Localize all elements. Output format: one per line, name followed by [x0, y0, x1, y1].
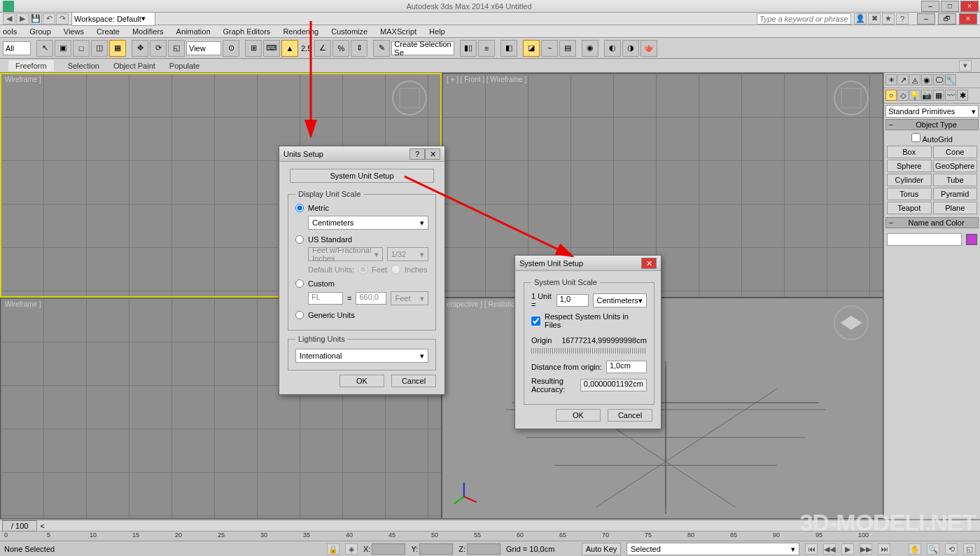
prim-pyramid-button[interactable]: Pyramid — [933, 188, 978, 200]
create-tab-icon[interactable]: ✳ — [886, 74, 897, 85]
menu-group[interactable]: Group — [29, 27, 51, 36]
nav-back-icon[interactable]: ◀ — [3, 13, 15, 25]
display-tab-icon[interactable]: 🖵 — [933, 74, 944, 85]
menu-customize[interactable]: Customize — [331, 27, 368, 36]
autokey-button[interactable]: Auto Key — [582, 543, 621, 555]
ok-button[interactable]: OK — [340, 375, 384, 387]
origin-slider[interactable] — [531, 348, 647, 354]
custom-radio[interactable] — [295, 279, 304, 288]
search-input[interactable] — [757, 13, 851, 25]
edit-selset-icon[interactable]: ✎ — [373, 40, 390, 57]
undo-icon[interactable]: ↶ — [43, 13, 55, 25]
object-name-input[interactable] — [887, 233, 962, 246]
autogrid-checkbox[interactable] — [911, 133, 920, 142]
render-icon[interactable]: 🫖 — [640, 40, 657, 57]
spinner-snap-icon[interactable]: ⇕ — [351, 40, 368, 57]
app-minimize-button[interactable]: – — [917, 13, 935, 25]
select-name-icon[interactable]: ▣ — [55, 40, 71, 57]
generic-radio[interactable] — [295, 311, 304, 319]
dialog-titlebar[interactable]: System Unit Setup ✕ — [515, 256, 661, 271]
custom-value-input[interactable]: 660,0 — [356, 292, 386, 305]
mirror-icon[interactable]: ▮▯ — [460, 40, 477, 57]
pan-icon[interactable]: ✋ — [909, 543, 921, 555]
tab-object-paint[interactable]: Object Paint — [113, 62, 155, 70]
percent-snap-icon[interactable]: % — [332, 40, 349, 57]
maximize-vp-icon[interactable]: ◱ — [963, 543, 976, 555]
minimize-button[interactable]: – — [921, 1, 939, 12]
nav-fwd-icon[interactable]: ▶ — [16, 13, 29, 25]
prim-sphere-button[interactable]: Sphere — [887, 160, 932, 172]
curve-editor-icon[interactable]: ~ — [541, 40, 558, 57]
save-icon[interactable]: 💾 — [29, 13, 42, 25]
graphite-icon[interactable]: ◪ — [523, 40, 540, 57]
tab-freeform[interactable]: Freeform — [8, 60, 54, 71]
material-editor-icon[interactable]: ◉ — [582, 40, 598, 57]
menu-help[interactable]: Help — [429, 27, 445, 36]
tab-populate[interactable]: Populate — [169, 62, 200, 70]
exchange-icon[interactable]: ✖ — [868, 13, 881, 25]
selection-filter[interactable]: All — [3, 41, 31, 55]
help-icon[interactable]: ? — [896, 13, 909, 25]
respect-units-checkbox[interactable] — [531, 317, 540, 326]
keyboardshort-icon[interactable]: ⌨ — [263, 40, 280, 57]
zoom-icon[interactable]: 🔍 — [927, 543, 939, 555]
prim-plane-button[interactable]: Plane — [933, 202, 978, 214]
prim-cylinder-button[interactable]: Cylinder — [887, 174, 932, 186]
maximize-button[interactable]: □ — [941, 1, 959, 12]
shapes-icon[interactable]: ◇ — [897, 90, 909, 101]
prim-torus-button[interactable]: Torus — [887, 188, 932, 200]
favorite-icon[interactable]: ★ — [882, 13, 895, 25]
category-dropdown[interactable]: Standard Primitives▾ — [886, 105, 979, 118]
rollout-object-type[interactable]: −Object Type — [886, 119, 979, 130]
rotate-icon[interactable]: ⟳ — [150, 40, 167, 57]
align-icon[interactable]: ≡ — [478, 40, 495, 57]
menu-maxscript[interactable]: MAXScript — [380, 27, 416, 36]
key-filter-dropdown[interactable]: Selected▾ — [626, 543, 799, 555]
prev-frame-icon[interactable]: ◀◀ — [823, 543, 836, 555]
lights-icon[interactable]: 💡 — [909, 90, 920, 101]
orbit-icon[interactable]: ⟲ — [945, 543, 958, 555]
custom-unit-input[interactable]: FL — [308, 292, 343, 305]
menu-graph-editors[interactable]: Graph Editors — [223, 27, 271, 36]
motion-tab-icon[interactable]: ◉ — [921, 74, 932, 85]
geometry-icon[interactable]: ○ — [886, 90, 897, 101]
angle-snap-icon[interactable]: ∠ — [314, 40, 331, 57]
menu-modifiers[interactable]: Modifiers — [132, 27, 164, 36]
x-coord-input[interactable] — [372, 543, 405, 555]
metric-unit-dropdown[interactable]: Centimeters▾ — [308, 216, 428, 230]
system-unit-setup-button[interactable]: System Unit Setup — [290, 169, 434, 183]
isolate-icon[interactable]: ◈ — [345, 543, 358, 555]
manipulate-icon[interactable]: ⊞ — [245, 40, 262, 57]
z-coord-input[interactable] — [467, 543, 500, 555]
metric-radio[interactable] — [295, 204, 304, 212]
ref-coord-dropdown[interactable]: View — [186, 41, 221, 55]
helpers-icon[interactable]: ▦ — [933, 90, 944, 101]
lighting-units-dropdown[interactable]: International▾ — [295, 349, 428, 363]
menu-rendering[interactable]: Rendering — [283, 27, 318, 36]
prim-tube-button[interactable]: Tube — [933, 174, 978, 186]
snap-toggle-icon[interactable]: ▲ — [281, 40, 298, 57]
scale-icon[interactable]: ◱ — [168, 40, 185, 57]
viewport-front[interactable]: [ + ] [ Front ] [ Wireframe ] — [442, 73, 883, 298]
pivot-icon[interactable]: ⊙ — [223, 40, 239, 57]
goto-start-icon[interactable]: ⏮ — [805, 543, 818, 555]
viewcube-icon[interactable] — [834, 81, 869, 116]
viewcube-icon[interactable] — [392, 81, 427, 116]
systems-icon[interactable]: ✱ — [957, 90, 968, 101]
hierarchy-tab-icon[interactable]: ◬ — [909, 74, 920, 85]
prim-teapot-button[interactable]: Teapot — [887, 202, 932, 214]
ribbon-collapse-icon[interactable]: ▾ — [959, 60, 972, 71]
unit-value-input[interactable]: 1,0 — [556, 294, 589, 307]
custom-unit-dropdown[interactable]: Feet▾ — [391, 291, 428, 305]
select-region-icon[interactable]: □ — [73, 40, 90, 57]
dialog-help-icon[interactable]: ? — [410, 148, 425, 160]
move-icon[interactable]: ✥ — [132, 40, 148, 57]
dialog-close-icon[interactable]: ✕ — [425, 148, 440, 160]
object-color-swatch[interactable] — [966, 234, 977, 245]
ok-button[interactable]: OK — [556, 409, 601, 422]
prim-cone-button[interactable]: Cone — [933, 146, 978, 158]
y-coord-input[interactable] — [419, 543, 453, 555]
render-setup-icon[interactable]: ◐ — [604, 40, 621, 57]
prim-box-button[interactable]: Box — [887, 146, 932, 158]
us-standard-radio[interactable] — [295, 235, 304, 244]
